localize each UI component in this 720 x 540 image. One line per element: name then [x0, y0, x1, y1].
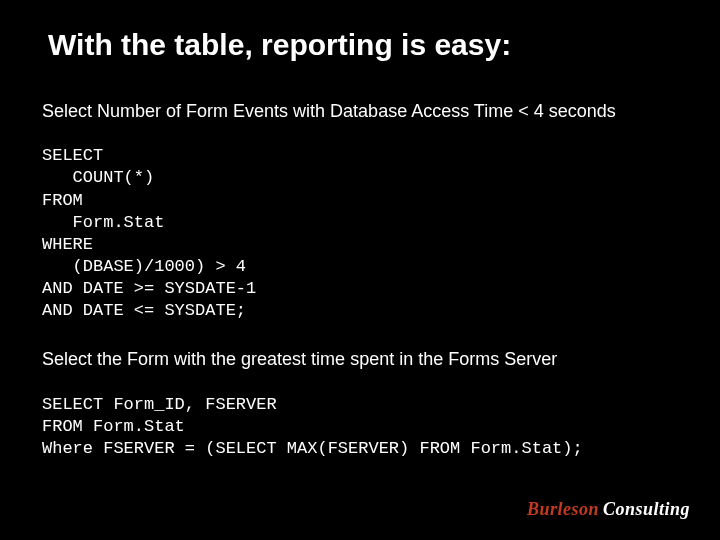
query-description-1: Select Number of Form Events with Databa… [42, 100, 678, 123]
query-description-2: Select the Form with the greatest time s… [42, 348, 678, 371]
slide-content: With the table, reporting is easy: Selec… [0, 0, 720, 460]
sql-code-1: SELECT COUNT(*) FROM Form.Stat WHERE (DB… [42, 145, 678, 322]
brand-name-1: Burleson [527, 499, 599, 520]
footer-bar: Burleson Consulting [0, 497, 720, 521]
sql-code-2: SELECT Form_ID, FSERVER FROM Form.Stat W… [42, 394, 678, 460]
brand-name-2: Consulting [603, 499, 690, 520]
slide-title: With the table, reporting is easy: [48, 28, 678, 62]
